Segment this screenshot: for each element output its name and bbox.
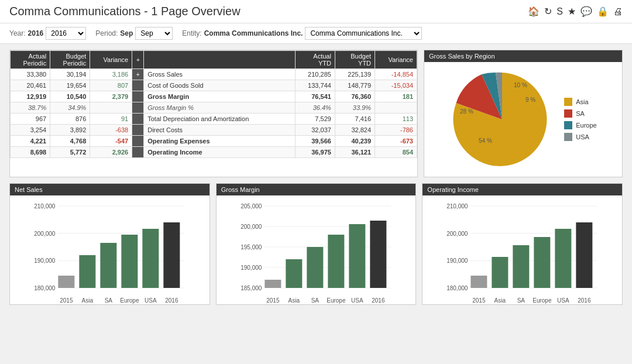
- actual-ytd-cell: 32,037: [295, 125, 335, 136]
- bar-chart-container-2: 210,000200,000190,000180,000 2015AsiaSAE…: [427, 200, 617, 300]
- bar-0: [265, 280, 281, 288]
- pie-legend: Asia SA Europe USA: [564, 98, 596, 141]
- legend-label-asia: Asia: [576, 98, 588, 105]
- header: Comma Communications - 1 Page Overview 🏠…: [0, 0, 632, 23]
- plus-cell: [132, 114, 144, 125]
- period-value: Sep: [120, 29, 133, 37]
- actual-periodic-cell: 967: [11, 114, 50, 125]
- year-value: 2016: [28, 29, 44, 37]
- legend-item-asia: Asia: [564, 98, 596, 106]
- legend-color-sa: [564, 109, 572, 118]
- bar-5: [163, 222, 180, 288]
- bar-3: [328, 235, 344, 288]
- period-selector: Period: Sep Sep: [95, 27, 173, 40]
- x-label-0: 2015: [473, 297, 486, 304]
- year-dropdown[interactable]: 2016: [46, 27, 86, 40]
- actual-ytd-cell: 76,541: [295, 91, 335, 102]
- bar-chart-2: Operating Income 210,000200,000190,00018…: [422, 183, 623, 305]
- x-label-2: SA: [517, 297, 525, 304]
- home-icon[interactable]: 🏠: [528, 6, 540, 17]
- bar-1: [79, 255, 95, 288]
- variance-ytd-cell: -15,034: [375, 80, 417, 91]
- period-label: Period:: [95, 29, 118, 37]
- actual-ytd-cell: 39,566: [295, 136, 335, 147]
- col-budget-ytd: BudgetYTD: [335, 51, 375, 69]
- y-label-2: 190,000: [447, 257, 469, 264]
- x-label-3: Europe: [533, 297, 552, 304]
- financial-table: ActualPeriodic BudgetPeriodic Variance +…: [9, 50, 418, 177]
- bar-chart-svg-1: 205,000200,000195,000190,000185,000 2015…: [221, 200, 411, 305]
- bar-chart-0: Net Sales 210,000200,000190,000180,000 2…: [9, 183, 210, 305]
- year-selector: Year: 2016 2016: [9, 27, 86, 40]
- x-label-4: USA: [557, 297, 569, 304]
- row-label: Gross Margin %: [144, 102, 295, 114]
- bar-chart-1: Gross Margin 205,000200,000195,000190,00…: [216, 183, 417, 305]
- x-label-1: Asia: [494, 297, 506, 304]
- col-plus: +: [132, 51, 144, 69]
- bar-0: [58, 276, 74, 288]
- legend-color-asia: [564, 98, 572, 106]
- period-dropdown[interactable]: Sep: [135, 27, 173, 40]
- variance-periodic-cell: 91: [90, 114, 132, 125]
- print-icon[interactable]: 🖨: [613, 6, 623, 17]
- actual-periodic-cell: 12,919: [11, 91, 50, 102]
- variance-periodic-cell: 3,186: [90, 69, 132, 80]
- x-label-0: 2015: [60, 297, 73, 304]
- y-label-0: 210,000: [34, 203, 56, 210]
- row-label: Direct Costs: [144, 125, 295, 136]
- y-label-1: 200,000: [34, 231, 56, 237]
- legend-item-europe: Europe: [564, 121, 596, 129]
- actual-periodic-cell: 20,461: [11, 80, 50, 91]
- lock-icon[interactable]: 🔒: [597, 6, 609, 17]
- y-label-4: 185,000: [241, 285, 262, 291]
- bar-chart-container-0: 210,000200,000190,000180,000 2015AsiaSAE…: [15, 200, 205, 300]
- table-row: 4,221 4,768 -547 Operating Expenses 39,5…: [11, 136, 417, 147]
- x-label-1: Asia: [288, 297, 300, 304]
- x-label-5: 2016: [372, 297, 385, 304]
- bar-2: [513, 245, 530, 288]
- actual-periodic-cell: 33,380: [11, 69, 50, 80]
- legend-color-usa: [564, 133, 572, 141]
- bar-2: [307, 247, 323, 288]
- table-row: 20,461 19,654 807 Cost of Goods Sold 133…: [11, 80, 417, 91]
- budget-periodic-cell: 876: [50, 114, 90, 125]
- budget-ytd-cell: 76,360: [335, 91, 375, 102]
- y-label-3: 180,000: [34, 285, 56, 291]
- header-icons: 🏠 ↻ S ★ 💬 🔒 🖨: [528, 6, 623, 17]
- bar-2: [100, 243, 116, 288]
- top-section: ActualPeriodic BudgetPeriodic Variance +…: [9, 50, 623, 177]
- legend-label-usa: USA: [576, 133, 589, 140]
- star-icon[interactable]: ★: [568, 6, 576, 17]
- x-label-4: USA: [351, 297, 363, 304]
- actual-ytd-cell: 36,975: [295, 147, 335, 158]
- variance-ytd-cell: -14,854: [375, 69, 417, 80]
- row-label: Total Depreciation and Amortization: [144, 114, 295, 125]
- pie-label-europe: 9 %: [525, 97, 535, 103]
- x-label-4: USA: [145, 297, 157, 304]
- entity-dropdown[interactable]: Comma Communications Inc.: [305, 27, 422, 40]
- plus-cell: [132, 102, 144, 114]
- skype-icon[interactable]: S: [557, 6, 563, 17]
- entity-selector: Entity: Comma Communications Inc. Comma …: [182, 27, 422, 40]
- budget-periodic-cell: 30,194: [50, 69, 90, 80]
- chat-icon[interactable]: 💬: [581, 6, 592, 17]
- variance-ytd-cell: -673: [375, 136, 417, 147]
- y-label-1: 200,000: [241, 224, 262, 230]
- legend-label-sa: SA: [576, 110, 585, 117]
- main-content: ActualPeriodic BudgetPeriodic Variance +…: [0, 44, 632, 311]
- row-label: Operating Expenses: [144, 136, 295, 147]
- refresh-icon[interactable]: ↻: [544, 6, 552, 17]
- row-label: Operating Income: [144, 147, 295, 158]
- bar-1: [286, 259, 302, 288]
- variance-ytd-cell: -786: [375, 125, 417, 136]
- col-variance-periodic: Variance: [90, 51, 132, 69]
- variance-ytd-cell: 181: [375, 91, 417, 102]
- x-label-3: Europe: [327, 297, 346, 304]
- bottom-section: Net Sales 210,000200,000190,000180,000 2…: [9, 183, 623, 305]
- actual-periodic-cell: 4,221: [11, 136, 50, 147]
- y-label-2: 190,000: [34, 257, 56, 264]
- budget-ytd-cell: 36,121: [335, 147, 375, 158]
- year-label: Year:: [9, 29, 26, 37]
- variance-periodic-cell: 807: [90, 80, 132, 91]
- budget-ytd-cell: 7,416: [335, 114, 375, 125]
